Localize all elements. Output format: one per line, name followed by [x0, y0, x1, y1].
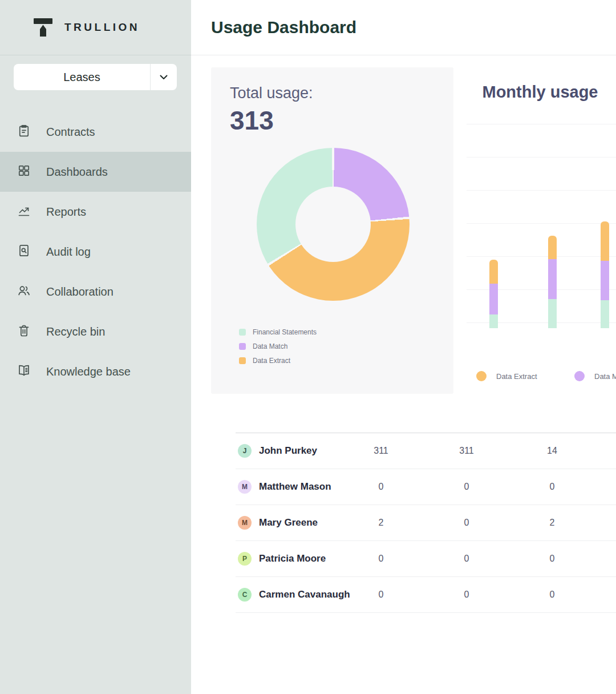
- user-name-cell: P Patricia Moore: [236, 552, 338, 566]
- gridline: [467, 124, 616, 124]
- sidebar: TRULLION Leases Contracts Dashboards Rep…: [0, 0, 191, 694]
- usage-value-cell: 0: [509, 554, 595, 564]
- bar-segment-financial-statements: [601, 300, 609, 329]
- sidebar-item-recycle-bin[interactable]: Recycle bin: [0, 312, 191, 352]
- legend-swatch: [239, 329, 246, 336]
- people-icon: [17, 284, 31, 300]
- legend-swatch: [239, 357, 246, 364]
- table-row-mary-greene: M Mary Greene 2 0 2: [236, 505, 616, 541]
- trash-icon: [17, 324, 31, 340]
- document-search-icon: [17, 244, 31, 260]
- sidebar-nav: Contracts Dashboards Reports Audit log C…: [0, 112, 191, 392]
- usage-value-cell: 0: [509, 482, 595, 492]
- legend-dot: [574, 371, 585, 381]
- avatar: M: [238, 516, 252, 530]
- sidebar-item-label: Knowledge base: [46, 365, 131, 378]
- sidebar-item-label: Audit log: [46, 245, 91, 259]
- monthly-usage-title: Monthly usage: [465, 83, 615, 102]
- usage-value-cell: 2: [338, 518, 424, 528]
- user-name: Patricia Moore: [259, 553, 326, 564]
- workspace-selector[interactable]: Leases: [14, 64, 177, 90]
- sidebar-item-label: Reports: [46, 205, 86, 219]
- legend-dot: [476, 371, 487, 381]
- user-name: Mary Greene: [259, 517, 318, 528]
- total-usage-card: Total usage: 313 Financial Statements Da…: [211, 67, 453, 394]
- usage-value-cell: 311: [424, 446, 509, 456]
- total-usage-label: Total usage:: [230, 84, 313, 102]
- avatar: J: [238, 444, 252, 458]
- trullion-logo-icon: [34, 18, 52, 37]
- usage-value-cell: 0: [424, 590, 509, 600]
- sidebar-item-label: Dashboards: [46, 166, 108, 179]
- donut-legend: Financial Statements Data Match Data Ext…: [239, 328, 317, 370]
- avatar: P: [238, 552, 252, 566]
- usage-value-cell: 0: [338, 590, 424, 600]
- sidebar-item-reports[interactable]: Reports: [0, 192, 191, 232]
- user-name: Matthew Mason: [259, 481, 331, 493]
- total-usage-value: 313: [230, 105, 274, 136]
- bar-legend-item-data-extract[interactable]: Data Extract: [476, 371, 537, 381]
- sidebar-item-label: Contracts: [46, 126, 95, 139]
- user-name: Carmen Cavanaugh: [259, 589, 350, 600]
- bar-segment-data-extract: [548, 236, 557, 259]
- stacked-bar-3: [601, 221, 609, 329]
- page-title: Usage Dashboard: [211, 18, 356, 37]
- gridline: [467, 256, 616, 257]
- usage-value-cell: 0: [509, 590, 595, 600]
- avatar: M: [238, 480, 252, 494]
- page-header: Usage Dashboard: [191, 0, 616, 55]
- sidebar-item-dashboards[interactable]: Dashboards: [0, 152, 191, 192]
- user-name-cell: J John Purkey: [236, 444, 338, 458]
- bar-segment-data-match: [548, 259, 557, 300]
- usage-donut-chart: [257, 148, 410, 301]
- clipboard-icon: [17, 124, 31, 140]
- table-row-matthew-mason: M Matthew Mason 0 0 0: [236, 469, 616, 505]
- gridline: [467, 223, 616, 224]
- legend-label: Financial Statements: [253, 328, 317, 336]
- gridline: [467, 190, 616, 191]
- trend-chart-icon: [17, 204, 31, 220]
- user-name-cell: C Carmen Cavanaugh: [236, 588, 338, 602]
- legend-label: Data Match: [594, 372, 616, 381]
- stacked-bar-1: [489, 260, 498, 328]
- brand-name: TRULLION: [64, 21, 140, 34]
- chevron-down-icon[interactable]: [150, 64, 177, 90]
- bar-segment-data-match: [489, 284, 498, 314]
- sidebar-item-audit-log[interactable]: Audit log: [0, 232, 191, 272]
- monthly-usage-bar-chart: [467, 124, 616, 328]
- sidebar-item-contracts[interactable]: Contracts: [0, 112, 191, 152]
- donut-legend-item-financial-statements[interactable]: Financial Statements: [239, 328, 317, 337]
- bar-legend-item-data-match[interactable]: Data Match: [574, 371, 616, 381]
- bar-segment-data-extract: [601, 221, 609, 261]
- donut-hole: [295, 187, 371, 262]
- app-window: TRULLION Leases Contracts Dashboards Rep…: [0, 0, 616, 694]
- table-row-patricia-moore: P Patricia Moore 0 0 0: [236, 541, 616, 577]
- legend-label: Data Match: [253, 342, 287, 350]
- usage-table: J John Purkey 311 311 14 M Matthew Mason…: [236, 433, 616, 613]
- donut-legend-item-data-extract[interactable]: Data Extract: [239, 356, 317, 365]
- grid-icon: [17, 164, 31, 180]
- legend-swatch: [239, 343, 246, 350]
- bar-segment-financial-statements: [489, 314, 498, 328]
- usage-value-cell: 0: [338, 482, 424, 492]
- user-name: John Purkey: [259, 445, 317, 457]
- table-row-carmen-cavanaugh: C Carmen Cavanaugh 0 0 0: [236, 577, 616, 613]
- sidebar-item-knowledge-base[interactable]: Knowledge base: [0, 352, 191, 392]
- bar-segment-financial-statements: [548, 299, 557, 328]
- donut-legend-item-data-match[interactable]: Data Match: [239, 342, 317, 351]
- sidebar-item-label: Recycle bin: [46, 325, 105, 338]
- user-name-cell: M Mary Greene: [236, 516, 338, 530]
- user-name-cell: M Matthew Mason: [236, 480, 338, 494]
- usage-value-cell: 0: [424, 518, 509, 528]
- legend-label: Data Extract: [496, 372, 537, 381]
- sidebar-item-label: Collaboration: [46, 285, 114, 298]
- workspace-selector-label: Leases: [14, 64, 150, 90]
- bar-segment-data-extract: [489, 260, 498, 284]
- usage-value-cell: 0: [338, 554, 424, 564]
- usage-value-cell: 311: [338, 446, 424, 456]
- avatar: C: [238, 588, 252, 602]
- sidebar-item-collaboration[interactable]: Collaboration: [0, 272, 191, 312]
- stacked-bar-2: [548, 236, 557, 328]
- gridline: [467, 157, 616, 158]
- legend-label: Data Extract: [253, 357, 290, 365]
